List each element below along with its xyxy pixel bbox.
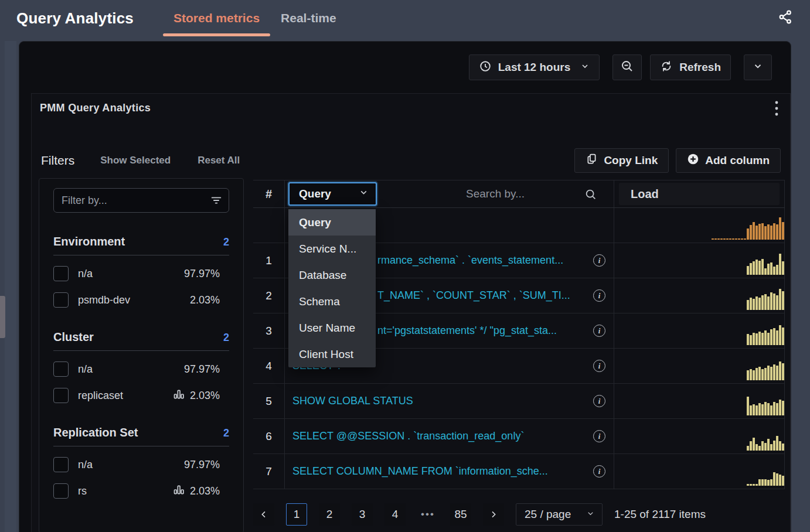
row-number: 7 <box>253 454 284 489</box>
panel-menu-button[interactable] <box>768 97 785 122</box>
filter-search-input[interactable] <box>53 188 229 213</box>
filter-option-stats: 2.03% <box>173 484 229 498</box>
next-page-button[interactable] <box>483 503 504 526</box>
add-column-button[interactable]: Add column <box>676 148 781 173</box>
mini-bar-chart-icon <box>173 484 185 498</box>
query-cell: SELECT COLUMN_NAME FROM `information_sch… <box>284 454 614 489</box>
dropdown-option-database[interactable]: Database <box>288 262 376 288</box>
filter-option-stats: 2.03% <box>173 388 229 403</box>
toolbar-expand-button[interactable] <box>744 54 772 80</box>
load-cell <box>614 243 785 278</box>
top-navigation-bar: Query Analytics Stored metricsReal-time <box>0 0 810 36</box>
filter-option: replicaset2.03% <box>53 387 229 404</box>
filter-group-name: Environment <box>53 235 125 248</box>
info-icon[interactable]: i <box>593 325 605 337</box>
checkbox[interactable] <box>53 457 69 472</box>
filter-option: n/a97.97% <box>53 456 229 473</box>
pagination-bar: 1234•••8525 / page1-25 of 2117 items <box>253 503 706 526</box>
copy-icon <box>586 153 598 168</box>
load-sparkline <box>747 397 784 415</box>
row-number: 4 <box>253 349 284 383</box>
time-range-button[interactable]: Last 12 hours <box>469 54 600 80</box>
tab-real-time[interactable]: Real-time <box>270 0 347 36</box>
refresh-button[interactable]: Refresh <box>650 54 731 80</box>
filter-group-header: Replication Set2 <box>53 426 229 439</box>
load-column-header[interactable]: Load <box>619 183 780 205</box>
page-button-2[interactable]: 2 <box>319 503 340 526</box>
reset-all-link[interactable]: Reset All <box>198 155 240 166</box>
filter-option-percent: 2.03% <box>190 294 220 306</box>
mini-bar-chart-icon <box>173 388 185 403</box>
page-size-select[interactable]: 25 / page <box>516 503 603 526</box>
dropdown-option-service-n[interactable]: Service N... <box>288 236 376 262</box>
table-search-input[interactable] <box>419 187 571 200</box>
page-button-1[interactable]: 1 <box>286 503 307 526</box>
dimension-select[interactable]: Query <box>288 182 377 206</box>
copy-link-button[interactable]: Copy Link <box>574 148 669 173</box>
checkbox[interactable] <box>53 483 69 499</box>
page-ellipsis: ••• <box>417 503 438 526</box>
page-button-4[interactable]: 4 <box>384 503 406 526</box>
filter-group-count: 2 <box>223 236 229 248</box>
row-number: 6 <box>253 419 284 453</box>
left-scroll-track <box>5 41 16 532</box>
checkbox[interactable] <box>53 362 69 377</box>
info-icon[interactable]: i <box>593 254 605 267</box>
table-row: 6SELECT @@SESSION . `transaction_read_on… <box>253 419 785 454</box>
dropdown-option-schema[interactable]: Schema <box>288 288 376 315</box>
filter-option-label: psmdb-dev <box>78 294 130 306</box>
query-link[interactable]: SELECT COLUMN_NAME FROM `information_sch… <box>292 465 587 478</box>
info-icon[interactable]: i <box>593 395 605 407</box>
filter-group-name: Cluster <box>53 330 94 344</box>
load-cell <box>614 313 785 348</box>
share-icon <box>778 9 793 27</box>
share-button[interactable] <box>775 8 796 29</box>
divider <box>53 446 229 446</box>
filter-option: n/a97.97% <box>53 361 229 377</box>
page-button-85[interactable]: 85 <box>450 503 471 526</box>
dropdown-option-query[interactable]: Query <box>288 209 376 236</box>
load-sparkline <box>747 362 784 380</box>
time-range-label: Last 12 hours <box>498 61 571 74</box>
filter-option: rs2.03% <box>53 483 229 499</box>
zoom-out-button[interactable] <box>612 54 642 80</box>
tab-label: Stored metrics <box>173 11 260 25</box>
tab-label: Real-time <box>281 11 336 25</box>
query-cell: SHOW GLOBAL STATUSi <box>284 384 614 418</box>
tab-stored-metrics[interactable]: Stored metrics <box>163 0 270 36</box>
page-button-3[interactable]: 3 <box>352 503 373 526</box>
chevron-down-icon <box>580 61 590 74</box>
prev-page-button[interactable] <box>253 503 274 526</box>
info-icon[interactable]: i <box>593 360 605 372</box>
filter-option-stats: 97.97% <box>184 363 229 376</box>
show-selected-link[interactable]: Show Selected <box>100 155 171 166</box>
page-title: Query Analytics <box>16 9 134 28</box>
dashboard-panel: Last 12 hours <box>19 41 791 532</box>
checkbox[interactable] <box>53 388 69 403</box>
filter-group-header: Cluster2 <box>53 330 229 344</box>
load-cell <box>614 278 785 313</box>
info-icon[interactable]: i <box>593 289 605 302</box>
kebab-icon <box>775 101 778 118</box>
load-cell <box>614 419 785 453</box>
plus-circle-icon <box>687 153 699 168</box>
refresh-icon <box>660 60 673 76</box>
query-link[interactable]: SHOW GLOBAL STATUS <box>292 395 587 407</box>
info-icon[interactable]: i <box>593 465 605 478</box>
toolbar: Last 12 hours <box>469 54 772 80</box>
left-scroll-thumb[interactable] <box>0 296 5 338</box>
filter-option-stats: 97.97% <box>184 268 229 280</box>
info-icon[interactable]: i <box>593 430 605 442</box>
search-icon[interactable] <box>584 188 597 203</box>
filter-group-cluster: Cluster2n/a97.97%replicaset2.03% <box>53 330 229 404</box>
filter-option-label: n/a <box>78 459 93 471</box>
load-sparkline <box>747 436 784 451</box>
dropdown-option-user-name[interactable]: User Name <box>288 315 376 341</box>
query-link[interactable]: SELECT @@SESSION . `transaction_read_onl… <box>292 430 587 442</box>
checkbox[interactable] <box>53 266 69 281</box>
load-sparkline <box>747 325 784 345</box>
dimension-select-value: Query <box>299 187 331 200</box>
dropdown-option-client-host[interactable]: Client Host <box>288 341 376 367</box>
filter-group-header: Environment2 <box>53 235 229 248</box>
checkbox[interactable] <box>53 292 69 308</box>
